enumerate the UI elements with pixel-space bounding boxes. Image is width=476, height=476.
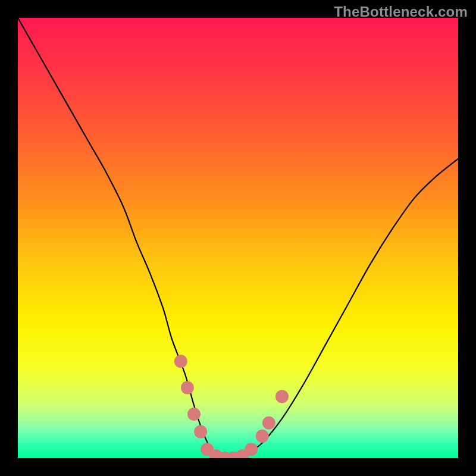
chart-background bbox=[18, 18, 458, 458]
highlight-dot bbox=[174, 355, 187, 368]
chart-plot-area bbox=[18, 18, 458, 458]
highlight-dot bbox=[245, 443, 258, 456]
chart-svg bbox=[18, 18, 458, 458]
chart-stage: TheBottleneck.com bbox=[0, 0, 476, 476]
highlight-dot bbox=[262, 416, 275, 430]
highlight-dot bbox=[256, 430, 269, 443]
highlight-dot bbox=[181, 381, 194, 394]
highlight-dot bbox=[275, 390, 289, 403]
highlight-dot bbox=[194, 425, 207, 439]
highlight-dot bbox=[187, 408, 201, 421]
